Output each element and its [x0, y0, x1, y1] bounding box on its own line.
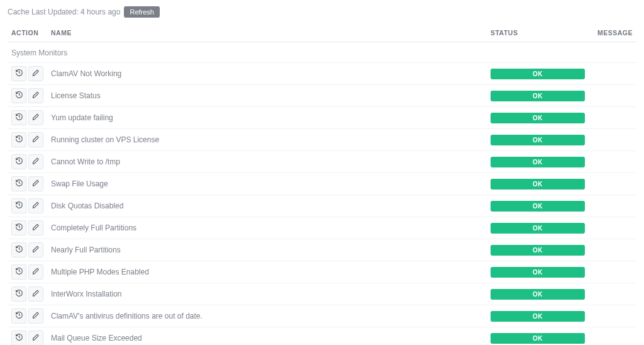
message-cell — [594, 261, 636, 283]
cache-updated-text: Cache Last Updated: 4 hours ago — [8, 8, 120, 16]
pencil-icon — [32, 157, 40, 167]
status-badge: OK — [491, 135, 585, 145]
edit-button[interactable] — [28, 132, 43, 147]
history-button[interactable] — [11, 286, 26, 302]
message-cell — [594, 195, 636, 217]
monitor-name: Mail Queue Size Exceeded — [47, 327, 487, 346]
edit-button[interactable] — [28, 242, 43, 257]
monitor-name: Cannot Write to /tmp — [47, 151, 487, 173]
monitors-table: ACTION NAME STATUS MESSAGE System Monito… — [8, 24, 636, 345]
history-button[interactable] — [11, 66, 26, 81]
section-row: System Monitors — [8, 42, 636, 63]
history-button[interactable] — [11, 132, 26, 147]
status-badge: OK — [491, 223, 585, 234]
status-cell: OK — [487, 327, 594, 346]
history-button[interactable] — [11, 242, 26, 257]
action-cell — [8, 129, 47, 151]
table-row: Running cluster on VPS LicenseOK — [8, 129, 636, 151]
history-button[interactable] — [11, 110, 26, 125]
history-icon — [15, 157, 23, 167]
table-row: Disk Quotas DisabledOK — [8, 195, 636, 217]
monitor-name: ClamAV Not Working — [47, 63, 487, 85]
history-button[interactable] — [11, 154, 26, 169]
col-header-message: MESSAGE — [594, 24, 636, 42]
monitor-name: Nearly Full Partitions — [47, 239, 487, 261]
refresh-button[interactable]: Refresh — [124, 6, 160, 18]
edit-button[interactable] — [28, 110, 43, 125]
action-cell — [8, 217, 47, 239]
status-badge: OK — [491, 113, 585, 123]
history-icon — [15, 245, 23, 255]
edit-button[interactable] — [28, 154, 43, 169]
message-cell — [594, 129, 636, 151]
message-cell — [594, 173, 636, 195]
table-row: License StatusOK — [8, 85, 636, 107]
message-cell — [594, 239, 636, 261]
table-row: InterWorx InstallationOK — [8, 283, 636, 305]
status-cell: OK — [487, 129, 594, 151]
history-button[interactable] — [11, 264, 26, 280]
edit-button[interactable] — [28, 66, 43, 81]
history-icon — [15, 113, 23, 123]
history-button[interactable] — [11, 220, 26, 235]
edit-button[interactable] — [28, 198, 43, 213]
history-icon — [15, 179, 23, 189]
monitor-name: ClamAV's antivirus definitions are out o… — [47, 305, 487, 327]
edit-button[interactable] — [28, 220, 43, 235]
status-badge: OK — [491, 267, 585, 278]
message-cell — [594, 85, 636, 107]
edit-button[interactable] — [28, 308, 43, 324]
pencil-icon — [32, 333, 40, 343]
message-cell — [594, 107, 636, 129]
status-badge: OK — [491, 179, 585, 189]
edit-button[interactable] — [28, 331, 43, 345]
message-cell — [594, 283, 636, 305]
action-cell — [8, 107, 47, 129]
edit-button[interactable] — [28, 264, 43, 280]
edit-button[interactable] — [28, 286, 43, 302]
history-icon — [15, 289, 23, 299]
monitor-name: Yum update failing — [47, 107, 487, 129]
status-cell: OK — [487, 217, 594, 239]
history-icon — [15, 69, 23, 79]
history-icon — [15, 201, 23, 211]
action-cell — [8, 151, 47, 173]
message-cell — [594, 305, 636, 327]
action-cell — [8, 327, 47, 346]
status-badge: OK — [491, 311, 585, 322]
pencil-icon — [32, 201, 40, 211]
status-cell: OK — [487, 261, 594, 283]
monitor-name: Running cluster on VPS License — [47, 129, 487, 151]
message-cell — [594, 63, 636, 85]
monitor-name: InterWorx Installation — [47, 283, 487, 305]
history-icon — [15, 311, 23, 321]
table-row: Swap File UsageOK — [8, 173, 636, 195]
status-cell: OK — [487, 305, 594, 327]
table-row: Mail Queue Size ExceededOK — [8, 327, 636, 346]
status-badge: OK — [491, 91, 585, 101]
table-row: Multiple PHP Modes EnabledOK — [8, 261, 636, 283]
edit-button[interactable] — [28, 88, 43, 103]
pencil-icon — [32, 69, 40, 79]
status-cell: OK — [487, 173, 594, 195]
pencil-icon — [32, 223, 40, 233]
pencil-icon — [32, 113, 40, 123]
table-row: Nearly Full PartitionsOK — [8, 239, 636, 261]
col-header-name: NAME — [47, 24, 487, 42]
history-icon — [15, 91, 23, 101]
history-button[interactable] — [11, 331, 26, 345]
history-button[interactable] — [11, 88, 26, 103]
table-row: Yum update failingOK — [8, 107, 636, 129]
history-button[interactable] — [11, 308, 26, 324]
action-cell — [8, 173, 47, 195]
edit-button[interactable] — [28, 176, 43, 191]
action-cell — [8, 261, 47, 283]
pencil-icon — [32, 289, 40, 299]
history-button[interactable] — [11, 198, 26, 213]
col-header-status: STATUS — [487, 24, 594, 42]
action-cell — [8, 305, 47, 327]
action-cell — [8, 239, 47, 261]
history-button[interactable] — [11, 176, 26, 191]
status-cell: OK — [487, 85, 594, 107]
pencil-icon — [32, 91, 40, 101]
